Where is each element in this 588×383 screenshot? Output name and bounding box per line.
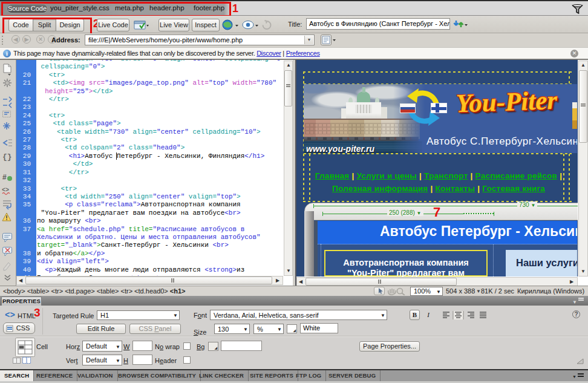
svg-text:#: # xyxy=(2,173,7,182)
svg-text:{}: {} xyxy=(2,152,12,162)
